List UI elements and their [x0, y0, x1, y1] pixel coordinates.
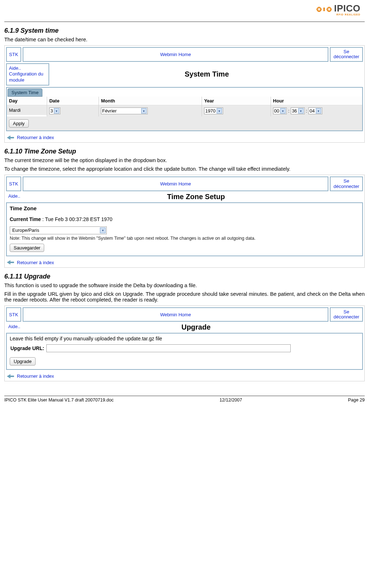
upgrade-hint: Leave this field empty if you manually u… — [10, 336, 359, 341]
logout-button[interactable]: Se déconnecter — [330, 176, 363, 191]
logo-tagline: RFID REALISED — [334, 13, 360, 16]
footer-left: IPICO STK Elite User Manual V1.7 draft 2… — [4, 398, 114, 403]
stk-button[interactable]: STK — [6, 307, 21, 322]
return-link[interactable]: Retourner à index — [5, 258, 364, 267]
second-select[interactable]: 04 ▾ — [308, 107, 322, 114]
page-title: System Time — [51, 63, 363, 86]
apply-button[interactable]: Apply — [9, 119, 29, 128]
month-select[interactable]: Février ▾ — [101, 107, 148, 114]
col-hour-header: Hour — [271, 97, 362, 105]
timezone-select[interactable]: Europe/Paris ▾ — [10, 226, 107, 234]
page-footer: IPICO STK Elite User Manual V1.7 draft 2… — [4, 396, 365, 403]
return-link[interactable]: Retourner à index — [5, 372, 364, 381]
current-time-value: Tue Feb 3 00:37:28 EST 1970 — [45, 216, 112, 222]
heading-system-time: 6.1.9 System time — [4, 27, 365, 35]
arrow-left-icon — [7, 374, 14, 378]
para-upg-2: Fill in the upgrade URL given by Ipico a… — [4, 291, 365, 303]
arrow-left-icon — [7, 135, 14, 140]
year-select[interactable]: 1970 ▾ — [204, 107, 223, 114]
para-upg-1: This function is used to upgrade the sof… — [4, 282, 365, 288]
screenshot-system-time: STK Webmin Home Se déconnecter Aide.. Co… — [4, 45, 365, 143]
tz-note: Note: This change will show in the Webmi… — [10, 236, 359, 241]
current-time-label: Current Time — [10, 216, 41, 222]
aide-link[interactable]: Aide.. — [6, 323, 28, 331]
date-select[interactable]: 3 ▾ — [49, 107, 60, 114]
tz-label: Time Zone — [10, 205, 359, 214]
stk-button[interactable]: STK — [6, 47, 21, 62]
minute-select[interactable]: 36 ▾ — [291, 107, 304, 114]
upgrade-url-input[interactable] — [46, 344, 291, 352]
col-day-header: Day — [7, 97, 47, 105]
return-link[interactable]: Retourner à index — [5, 133, 364, 142]
stk-button[interactable]: STK — [6, 176, 21, 191]
chevron-down-icon: ▾ — [298, 108, 304, 114]
col-day-value: Mardi — [7, 105, 47, 115]
col-year-header: Year — [202, 97, 271, 105]
aide-box[interactable]: Aide.. Configuration du module — [6, 63, 49, 86]
para-tz-1: The current timezone will be the option … — [4, 157, 365, 163]
col-date-header: Date — [47, 97, 98, 105]
logout-button[interactable]: Se déconnecter — [330, 307, 363, 322]
hour-select[interactable]: 00 ▾ — [273, 107, 287, 114]
upgrade-button[interactable]: Upgrade — [10, 357, 36, 366]
screenshot-tz-setup: STK Webmin Home Se déconnecter Aide.. Ti… — [4, 175, 365, 268]
chevron-down-icon: ▾ — [316, 108, 321, 114]
upgrade-url-label: Upgrade URL: — [10, 345, 44, 351]
save-button[interactable]: Sauvegarder — [10, 244, 44, 252]
arrow-left-icon — [7, 260, 14, 265]
logo-icon — [316, 4, 332, 14]
tab-system-time[interactable]: System Time — [8, 88, 42, 97]
aide-link[interactable]: Aide.. — [6, 193, 28, 201]
logo: IPICO RFID REALISED — [316, 3, 360, 16]
chevron-down-icon: ▾ — [141, 108, 147, 114]
para-tz-2: To change the timezone, select the appro… — [4, 166, 365, 172]
para-system-time: The date/time can be checked here. — [4, 37, 365, 42]
chevron-down-icon: ▾ — [280, 108, 286, 114]
heading-upgrade: 6.1.11 Upgrade — [4, 273, 365, 280]
chevron-down-icon: ▾ — [54, 108, 59, 114]
chevron-down-icon: ▾ — [217, 108, 222, 114]
header-rule — [4, 22, 365, 22]
webmin-home-button[interactable]: Webmin Home — [23, 307, 328, 322]
chevron-down-icon: ▾ — [100, 228, 106, 233]
logo-text: IPICO — [334, 3, 360, 14]
col-month-header: Month — [99, 97, 202, 105]
footer-mid: 12/12/2007 — [220, 398, 242, 403]
footer-right: Page 29 — [348, 398, 365, 403]
logout-button[interactable]: Se déconnecter — [330, 47, 363, 62]
svg-rect-0 — [323, 8, 325, 11]
heading-tz-setup: 6.1.10 Time Zone Setup — [4, 148, 365, 155]
page-title: Upgrade — [29, 323, 363, 331]
screenshot-upgrade: STK Webmin Home Se déconnecter Aide.. Up… — [4, 306, 365, 382]
webmin-home-button[interactable]: Webmin Home — [23, 176, 328, 191]
page-title: Time Zone Setup — [29, 193, 363, 201]
webmin-home-button[interactable]: Webmin Home — [23, 47, 328, 62]
